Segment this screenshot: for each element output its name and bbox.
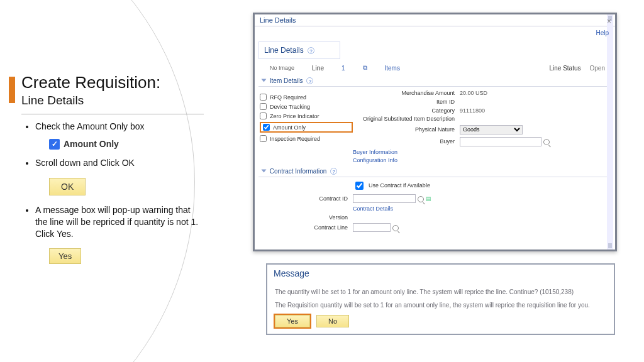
- message-dialog: Message The quantity will be set to 1 fo…: [266, 263, 615, 335]
- config-info-link[interactable]: Configuration Info: [353, 157, 460, 163]
- line-summary-row: No Image Line 1 ⧉ Items Line Status Open: [255, 62, 615, 75]
- help-icon[interactable]: ?: [308, 47, 314, 54]
- divider: [21, 114, 204, 114]
- physical-nature-select[interactable]: Goods: [460, 125, 523, 134]
- physical-nature-field: Goods: [460, 125, 610, 134]
- category-value: 91111800: [460, 107, 610, 114]
- collapse-icon: [262, 79, 267, 82]
- bullet-2: Scroll down and Click OK: [35, 157, 204, 169]
- buyer-input[interactable]: [460, 137, 541, 146]
- search-icon[interactable]: [543, 139, 550, 145]
- version-label: Version: [260, 214, 353, 221]
- bullet-1: Check the Amount Only box: [35, 121, 204, 133]
- collapse-icon: [262, 169, 267, 172]
- use-contract-checkbox[interactable]: Use Contract if Available: [353, 180, 610, 192]
- device-label: Device Tracking: [270, 104, 310, 110]
- zero-label: Zero Price Indicator: [270, 113, 319, 119]
- window-title: Line Details: [255, 14, 615, 26]
- contract-line-input[interactable]: [353, 223, 391, 232]
- ok-button-demo: OK: [49, 178, 86, 195]
- item-details-label: Item Details: [270, 77, 303, 84]
- message-body: The quantity will be set to 1 for an amo…: [267, 281, 614, 334]
- inspection-required-checkbox[interactable]: Inspection Required: [260, 135, 353, 142]
- merch-amount-label: Merchandise Amount: [353, 90, 460, 96]
- slide-text-column: Create Requisition: Line Details Check t…: [21, 73, 204, 273]
- contract-line-label: Contract Line: [260, 224, 353, 231]
- line-details-header-text: Line Details: [264, 46, 304, 55]
- line-status-label: Line Status: [549, 65, 580, 72]
- orig-sub-label: Original Substituted Item Description: [353, 116, 460, 123]
- amount-only-label2: Amount Only: [273, 124, 306, 131]
- yes-button-demo: Yes: [49, 248, 81, 264]
- message-line-2: The Requisition quantity will be set to …: [275, 300, 606, 310]
- contract-details-link[interactable]: Contract Details: [353, 206, 610, 212]
- items-link[interactable]: Items: [385, 65, 400, 72]
- zero-price-checkbox[interactable]: Zero Price Indicator: [260, 112, 353, 119]
- merch-amount-value: 20.00 USD: [460, 90, 610, 96]
- contract-info-label: Contract Information: [270, 168, 327, 175]
- accent-bar: [9, 77, 15, 103]
- help-link[interactable]: Help: [596, 30, 609, 36]
- item-details-grid: Merchandise Amount 20.00 USD RFQ Require…: [255, 87, 615, 166]
- buyer-info-link[interactable]: Buyer Information: [353, 149, 460, 155]
- close-icon[interactable]: ×: [607, 17, 611, 26]
- contract-id-label: Contract ID: [260, 195, 353, 202]
- category-label: Category: [353, 107, 460, 114]
- use-contract-label: Use Contract if Available: [369, 182, 430, 189]
- line-status-value: Open: [590, 65, 605, 72]
- help-icon[interactable]: ?: [306, 77, 313, 84]
- contract-id-input[interactable]: [353, 194, 416, 203]
- line-details-header: Line Details ?: [258, 41, 340, 59]
- scrollbar[interactable]: [607, 14, 613, 250]
- bullet-3: A message box will pop-up warning that t…: [35, 204, 204, 240]
- contract-grid: Use Contract if Available Contract ID ▤ …: [255, 177, 615, 232]
- amount-only-demo: ✓ Amount Only: [49, 139, 204, 150]
- help-icon[interactable]: ?: [330, 168, 337, 175]
- doc-icon[interactable]: ▤: [426, 195, 431, 202]
- line-number[interactable]: 1: [341, 65, 345, 72]
- yes-button[interactable]: Yes: [275, 315, 310, 327]
- search-icon[interactable]: [418, 196, 424, 202]
- message-title: Message: [267, 265, 614, 281]
- no-image-label: No Image: [270, 65, 294, 71]
- search-icon[interactable]: [392, 225, 399, 231]
- inspection-label: Inspection Required: [270, 136, 320, 142]
- item-details-section[interactable]: Item Details ?: [258, 75, 611, 87]
- contract-info-section[interactable]: Contract Information ?: [258, 166, 611, 177]
- contract-id-field-wrap: ▤: [353, 194, 610, 203]
- device-tracking-checkbox[interactable]: Device Tracking: [260, 103, 353, 110]
- line-details-window: × Line Details Help Line Details ? No Im…: [253, 13, 617, 251]
- buyer-label: Buyer: [353, 138, 460, 145]
- message-line-1: The quantity will be set to 1 for an amo…: [275, 287, 606, 297]
- slide-subtitle: Line Details: [21, 94, 204, 107]
- buyer-field-wrap: [460, 137, 610, 146]
- amount-only-checkbox[interactable]: Amount Only: [260, 122, 353, 133]
- check-icon: ✓: [49, 139, 60, 150]
- line-copy-icon[interactable]: ⧉: [363, 64, 367, 72]
- rfq-required-checkbox[interactable]: RFQ Required: [260, 94, 353, 101]
- contract-line-field-wrap: [353, 223, 610, 232]
- physical-nature-label: Physical Nature: [353, 126, 460, 133]
- line-label: Line: [312, 65, 324, 72]
- amount-only-label: Amount Only: [64, 139, 119, 149]
- rfq-label: RFQ Required: [270, 94, 306, 101]
- no-button[interactable]: No: [316, 315, 349, 327]
- item-id-label: Item ID: [353, 99, 460, 105]
- slide-title: Create Requisition:: [21, 73, 204, 92]
